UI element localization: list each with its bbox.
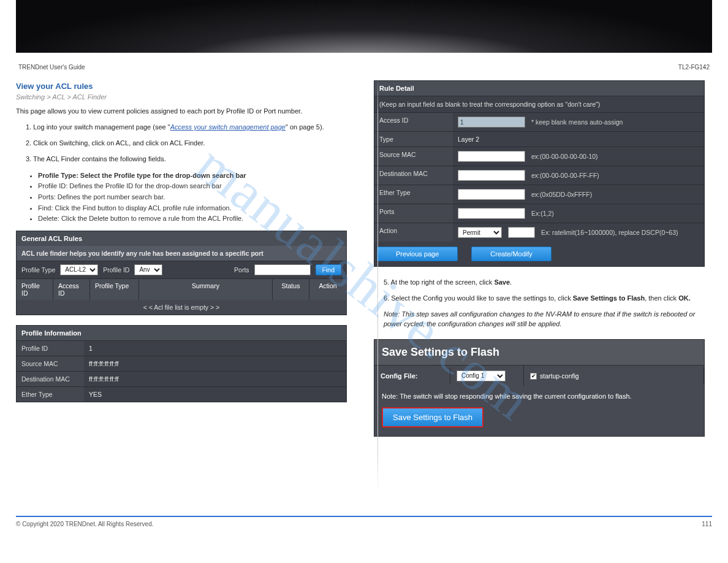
- rule-action-note: Ex: ratelimit(16~1000000), replace DSCP(…: [541, 229, 678, 236]
- rule-detail-panel: Rule Detail (Keep an input field as blan…: [374, 80, 705, 267]
- left-step3: 3. The ACL Finder contains the following…: [26, 155, 347, 164]
- right-step6-bold2: OK.: [678, 294, 691, 302]
- rule-row-accessid: Access ID * keep blank means auto-assign: [374, 112, 704, 131]
- rule-row-ethertype: Ether Type ex:(0x05DD-0xFFFF): [374, 185, 704, 204]
- left-bullet2: Profile ID: Defines the Profile ID for t…: [38, 181, 347, 192]
- left-bullet1: Profile Type: Select the Profile type fo…: [38, 170, 347, 182]
- left-bullet5: Delete: Click the Delete button to remov…: [38, 213, 347, 224]
- left-step1-a: 1. Log into your switch management page …: [26, 123, 170, 131]
- right-step5: 5. At the top right of the screen, click…: [384, 278, 705, 288]
- rule-srcmac-k: Source MAC: [374, 147, 453, 166]
- ports-label: Ports: [234, 266, 249, 274]
- rule-type-k: Type: [374, 132, 453, 147]
- column-divider: [377, 74, 378, 491]
- profile-dstmac-v: ff:ff:ff:ff:ff:ff: [84, 372, 346, 386]
- profile-type-label: Profile Type: [21, 266, 55, 274]
- config-select[interactable]: Config 1: [457, 370, 506, 381]
- acl-rules-panel: General ACL Rules ACL rule finder helps …: [16, 231, 347, 315]
- doc-model: TL2-FG142: [678, 64, 710, 71]
- rule-ethertype-input[interactable]: [458, 189, 525, 200]
- profile-row-ethertype: Ether Type YES: [17, 386, 346, 402]
- rule-row-type: Type Layer 2: [374, 131, 704, 147]
- rule-row-srcmac: Source MAC ex:(00-00-00-00-00-10): [374, 147, 704, 166]
- profile-info-panel: Profile Information Profile ID 1 Source …: [16, 325, 347, 402]
- rule-srcmac-input[interactable]: [458, 151, 525, 162]
- left-breadcrumb: Switching > ACL > ACL Finder: [16, 93, 347, 101]
- hdr-access-id: Access ID: [53, 279, 90, 300]
- left-heading: View your ACL rules: [16, 82, 347, 91]
- left-bullet4-text: Find: Click the Find button to display A…: [38, 204, 232, 212]
- profile-srcmac-k: Source MAC: [17, 356, 84, 371]
- rule-row-action: Action Permit Ex: ratelimit(16~1000000),…: [374, 223, 704, 242]
- acl-rules-subtitle: ACL rule finder helps you identify any r…: [17, 246, 346, 261]
- hdr-profile-type: Profile Type: [90, 279, 139, 300]
- left-bullet2-text: Profile ID: Defines the Profile ID for t…: [38, 182, 222, 190]
- previous-page-button[interactable]: Previous page: [377, 247, 458, 261]
- rule-accessid-input[interactable]: [458, 117, 525, 128]
- rule-type-v: Layer 2: [458, 136, 479, 143]
- hdr-profile-id: Profile ID: [17, 279, 53, 300]
- rule-dstmac-k: Destination MAC: [374, 166, 453, 185]
- left-bullet3: Ports: Defines the port number search ba…: [38, 192, 347, 203]
- hdr-action: Action: [309, 279, 346, 300]
- right-step6-bold1: Save Settings to Flash: [573, 294, 645, 302]
- rule-ethertype-note: ex:(0x05DD-0xFFFF): [531, 191, 592, 198]
- save-settings-button[interactable]: Save Settings to Flash: [382, 407, 483, 427]
- left-step1-b: " on page 5).: [286, 123, 324, 131]
- profile-ethertype-v: YES: [84, 387, 346, 402]
- rule-dstmac-note: ex:(00-00-00-00-FF-FF): [531, 172, 599, 179]
- create-modify-button[interactable]: Create/Modify: [471, 247, 551, 261]
- startup-config-checkbox[interactable]: ✔ startup-config: [530, 372, 579, 380]
- right-step6-b: , then click: [645, 294, 678, 302]
- right-step5-a: 5. At the top right of the screen, click: [384, 278, 494, 286]
- rule-dstmac-input[interactable]: [458, 170, 525, 181]
- find-button[interactable]: Find: [316, 264, 341, 275]
- acl-empty-row: < < Acl file list is empty > >: [17, 300, 346, 315]
- left-step1: 1. Log into your switch management page …: [26, 123, 347, 132]
- profile-id-k: Profile ID: [17, 341, 84, 356]
- left-bullet1-text: Profile Type: Select the Profile type fo…: [38, 172, 246, 179]
- right-step6: 6. Select the Config you would like to s…: [384, 294, 705, 304]
- hdr-summary: Summary: [139, 279, 273, 300]
- rule-ethertype-k: Ether Type: [374, 185, 453, 204]
- rule-row-dstmac: Destination MAC ex:(00-00-00-00-FF-FF): [374, 166, 704, 185]
- left-intro: This page allows you to view current pol…: [16, 107, 347, 117]
- profile-id-label: Profile ID: [103, 266, 129, 274]
- left-step2: 2. Click on Switching, click on ACL, and…: [26, 139, 347, 148]
- left-step1-link[interactable]: Access your switch management page: [170, 123, 286, 131]
- config-label: Config File:: [374, 367, 450, 385]
- hdr-status: Status: [273, 279, 309, 300]
- right-step6-a: 6. Select the Config you would like to s…: [384, 294, 573, 302]
- check-icon: ✔: [530, 373, 537, 380]
- right-step-note: Note: This step saves all configuration …: [384, 310, 705, 329]
- rule-ports-k: Ports: [374, 204, 453, 223]
- acl-rules-title: General ACL Rules: [17, 231, 346, 246]
- profile-type-select[interactable]: ACL-L2: [60, 264, 98, 275]
- footer-page: 111: [702, 521, 712, 527]
- right-step5-b: .: [510, 278, 512, 286]
- profile-ethertype-k: Ether Type: [17, 387, 84, 402]
- profile-dstmac-k: Destination MAC: [17, 372, 84, 386]
- profile-srcmac-v: ff:ff:ff:ff:ff:ff: [84, 356, 346, 371]
- rule-accessid-k: Access ID: [374, 113, 453, 131]
- profile-id-v: 1: [84, 341, 346, 356]
- rule-detail-title: Rule Detail: [374, 81, 704, 96]
- profile-id-select[interactable]: Anv: [134, 264, 162, 275]
- left-bullet3-text: Ports: Defines the port number search ba…: [38, 193, 165, 201]
- profile-row-dstmac: Destination MAC ff:ff:ff:ff:ff:ff: [17, 371, 346, 386]
- footer-copyright: © Copyright 2020 TRENDnet. All Rights Re…: [16, 521, 154, 527]
- ports-input[interactable]: [254, 264, 311, 275]
- right-step5-bold: Save: [494, 278, 510, 286]
- rule-ports-note: Ex:(1,2): [531, 210, 554, 217]
- profile-row-srcmac: Source MAC ff:ff:ff:ff:ff:ff: [17, 356, 346, 371]
- rule-action-value-input[interactable]: [508, 227, 535, 238]
- rule-detail-hint: (Keep an input field as blank to treat t…: [374, 96, 704, 112]
- save-panel-title: Save Settings to Flash: [374, 340, 704, 365]
- rule-accessid-note: * keep blank means auto-assign: [531, 118, 623, 126]
- rule-action-select[interactable]: Permit: [458, 227, 502, 238]
- rule-ports-input[interactable]: [458, 208, 525, 219]
- rule-action-k: Action: [374, 223, 453, 242]
- rule-row-ports: Ports Ex:(1,2): [374, 204, 704, 223]
- profile-info-title: Profile Information: [17, 326, 346, 340]
- save-panel: Save Settings to Flash Config File: Conf…: [374, 339, 705, 437]
